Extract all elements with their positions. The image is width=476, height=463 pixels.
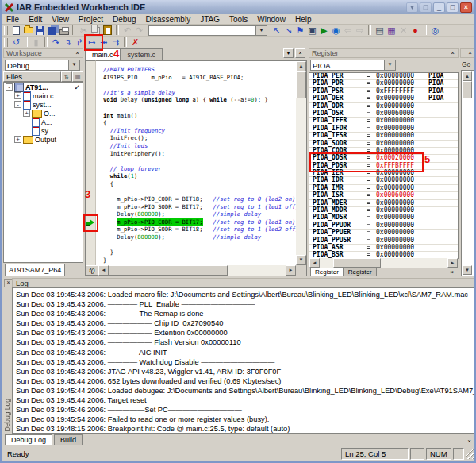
collapse-icon[interactable]: - [6, 83, 13, 91]
new-document-icon[interactable] [10, 25, 22, 36]
dropdown-arrow-icon[interactable]: ▼ [384, 60, 395, 70]
scroll-down-icon[interactable]: ▼ [463, 265, 472, 275]
expand-icon[interactable]: + [14, 136, 21, 143]
register-value: 0x00060000 [376, 110, 425, 117]
editor-window-icon[interactable]: ▣ [306, 25, 318, 36]
code-line: //Init frequency [103, 127, 296, 135]
editor-vscrollbar[interactable]: ▲ ▼ [296, 61, 306, 265]
print-icon[interactable] [58, 25, 70, 36]
go-icon[interactable]: ↠ [98, 37, 109, 48]
dropdown-arrow-icon[interactable]: ▼ [68, 60, 79, 70]
log-line: Sun Dec 03 19:48:15 2006: Breakpoint hit… [16, 424, 475, 434]
log-line: Sun Dec 03 19:45:43 2006: —————— Extenti… [16, 328, 475, 338]
menu-debug[interactable]: Debug [108, 15, 140, 24]
scroll-down-icon[interactable]: ▼ [296, 255, 306, 265]
compile-icon[interactable]: ▶ [318, 25, 330, 36]
paste-icon[interactable] [102, 25, 113, 36]
find-icon[interactable]: ↖ [271, 25, 282, 36]
tree-item-main-c[interactable]: +main.c [4, 91, 83, 100]
step-into-icon[interactable]: ↴ [62, 37, 74, 48]
register-name: PIOA_IDR [309, 177, 367, 183]
save-icon[interactable] [34, 25, 46, 36]
side-panel-close-icon[interactable]: × [465, 48, 475, 58]
expand-icon[interactable]: + [14, 92, 21, 99]
make-icon[interactable]: ◉ [330, 25, 342, 36]
tree-item-syst-[interactable]: -syst... [4, 100, 83, 109]
register-value: 0x00060000 [376, 192, 425, 199]
editor-gutter[interactable] [85, 60, 96, 266]
scroll-right-icon[interactable]: ► [286, 265, 296, 276]
find-next-icon[interactable]: ↘ [282, 25, 294, 36]
log-line: Sun Dec 03 19:45:43 2006: ———— The Remap… [16, 309, 475, 318]
close-button[interactable]: × [460, 2, 472, 13]
next-statement-icon[interactable]: ↦ [86, 37, 98, 48]
files-column-output-icon[interactable]: ▥ [72, 71, 83, 82]
menu-tools[interactable]: Tools [225, 15, 252, 24]
tree-item-o-[interactable]: +O... [4, 109, 83, 118]
scroll-up-icon[interactable]: ▲ [463, 71, 472, 81]
code-line: { [103, 180, 296, 188]
function-list-button[interactable]: f() [86, 265, 98, 276]
scroll-right-icon[interactable]: ► [447, 258, 458, 268]
step-out-icon[interactable]: ↱ [74, 37, 86, 48]
target-selector[interactable]: Debug ▼ [5, 60, 80, 71]
menu-edit[interactable]: Edit [24, 15, 47, 24]
register-tab-2[interactable]: Register [344, 268, 377, 276]
scroll-left-icon[interactable]: ◄ [98, 265, 109, 276]
workspace-title: Workspace [4, 49, 72, 57]
batch-build-icon[interactable]: ▦ [386, 25, 397, 36]
editor-hscrollbar[interactable]: ◄ ► [98, 265, 296, 276]
menu-window[interactable]: Window [252, 15, 290, 24]
menu-jtag[interactable]: JTAG [195, 15, 225, 24]
step-over-icon[interactable]: ↷ [50, 37, 62, 48]
toggle-breakpoint-icon[interactable]: ● [409, 25, 421, 36]
code-line: int main() [103, 112, 296, 120]
debug-icon[interactable]: ◎ [429, 25, 441, 36]
stop-debugger-icon[interactable]: ✗ [129, 37, 141, 48]
register-name: PIOA_IFDR [309, 125, 367, 132]
menu-disassembly[interactable]: Disassembly [140, 15, 195, 24]
code-area[interactable]: //MAIN POINTERSAT91PS_PIO m_pPio = AT91C… [97, 61, 296, 265]
scroll-up-icon[interactable]: ▲ [296, 61, 306, 71]
tree-item-sy-[interactable]: sy... [4, 126, 83, 135]
tree-item-output[interactable]: +Output [4, 135, 83, 144]
open-file-icon[interactable] [22, 25, 34, 36]
dropdown-arrow-icon[interactable]: ▼ [255, 26, 267, 35]
register-group-selector[interactable]: PIOA ▼ [310, 60, 396, 71]
workspace-close-icon[interactable]: × [72, 48, 83, 58]
toggle-bookmark-icon[interactable]: ⚑ [294, 25, 306, 36]
menu-view[interactable]: View [47, 15, 74, 24]
resize-grip[interactable] [466, 449, 476, 459]
compare-files-icon[interactable]: ▤ [374, 25, 386, 36]
tab-build[interactable]: Build [54, 434, 83, 446]
status-blank-1 [410, 448, 424, 460]
register-hscrollbar[interactable]: ◄ ► [309, 258, 458, 268]
files-column-build-icon[interactable]: ⇅ [61, 71, 72, 82]
editor-close-icon[interactable]: × [295, 48, 305, 58]
register-close-icon[interactable]: × [447, 48, 458, 58]
reset-icon[interactable]: ↺ [10, 37, 22, 48]
tab-debug-log[interactable]: Debug Log [5, 434, 52, 446]
register-value: 0x00000000 [376, 125, 425, 132]
collapse-icon[interactable]: - [14, 101, 21, 108]
files-header-label[interactable]: Files [3, 71, 61, 82]
tree-item-a-[interactable]: A... [4, 118, 83, 126]
editor-window: main.c system.c ▼ × //MAIN POINTERSAT91P… [85, 48, 307, 276]
editor-tab-list-icon[interactable]: ▼ [283, 48, 294, 58]
maximize-button[interactable]: □ [447, 2, 459, 13]
workspace-tab-project[interactable]: AT91SAM7_P64 [5, 264, 65, 276]
expand-icon[interactable]: + [23, 110, 30, 117]
tree-item-at91-[interactable]: -AT91...✓ [4, 83, 83, 91]
register-tab-1[interactable]: Register [310, 268, 344, 276]
register-tabs-close-icon[interactable]: × [447, 268, 456, 276]
log-body[interactable]: Sun Dec 03 19:45:43 2006: Loaded macro f… [12, 287, 476, 434]
editor-tab-system[interactable]: system.c [121, 48, 163, 60]
scroll-left-icon[interactable]: ◄ [309, 258, 320, 268]
autostep-icon[interactable]: ⇉ [109, 37, 121, 48]
toolbar-find-combobox[interactable]: ▼ [148, 25, 267, 36]
minimize-button[interactable]: _ [433, 2, 445, 13]
menu-project[interactable]: Project [74, 15, 108, 24]
save-all-icon[interactable] [46, 25, 58, 36]
menu-file[interactable]: File [2, 15, 24, 24]
menu-help[interactable]: Help [290, 15, 317, 24]
